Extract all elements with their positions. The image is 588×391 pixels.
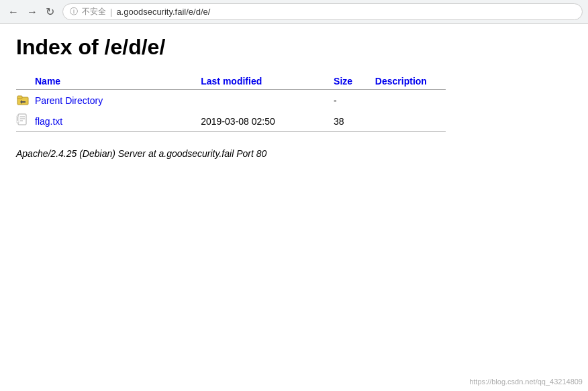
sort-by-modified-link[interactable]: Last modified <box>201 76 262 87</box>
page-content: Index of /e/d/e/ Name Last modified Size… <box>0 24 588 391</box>
file-size-cell: - <box>334 90 375 111</box>
security-label: 不安全 <box>82 6 106 17</box>
icon-col-header <box>16 73 35 90</box>
svg-rect-4 <box>18 114 26 125</box>
file-description-cell <box>375 111 446 132</box>
col-description-header[interactable]: Description <box>375 73 446 90</box>
browser-toolbar: ← → ↻ ⓘ 不安全 | a.goodsecurity.fail/e/d/e/ <box>0 0 588 24</box>
apache-footer: Apache/2.4.25 (Debian) Server at a.goods… <box>16 148 572 159</box>
watermark: https://blog.csdn.net/qq_43214809 <box>469 378 583 386</box>
directory-table: Name Last modified Size Description <box>16 73 446 132</box>
address-bar[interactable]: ⓘ 不安全 | a.goodsecurity.fail/e/d/e/ <box>62 3 583 20</box>
col-name-header[interactable]: Name <box>35 73 201 90</box>
svg-rect-1 <box>17 96 22 99</box>
col-size-header[interactable]: Size <box>334 73 375 90</box>
security-icon: ⓘ <box>70 6 78 17</box>
sort-by-name-link[interactable]: Name <box>35 76 60 87</box>
page-title: Index of /e/d/e/ <box>16 35 572 60</box>
file-modified-cell: 2019-03-08 02:50 <box>201 111 334 132</box>
svg-rect-3 <box>22 101 26 103</box>
file-link[interactable]: Parent Directory <box>35 95 103 106</box>
table-row: Parent Directory- <box>16 90 446 111</box>
file-link[interactable]: flag.txt <box>35 116 62 127</box>
reload-button[interactable]: ↻ <box>43 5 57 19</box>
url-display: a.goodsecurity.fail/e/d/e/ <box>116 7 210 17</box>
file-size-cell: 38 <box>334 111 375 132</box>
svg-rect-8 <box>17 116 19 123</box>
forward-button[interactable]: → <box>24 5 40 19</box>
sort-by-description-link[interactable]: Description <box>375 76 427 87</box>
sort-by-size-link[interactable]: Size <box>334 76 352 87</box>
file-name-cell: Parent Directory <box>35 90 201 111</box>
table-row: flag.txt2019-03-08 02:5038 <box>16 111 446 132</box>
back-button[interactable]: ← <box>5 5 21 19</box>
file-name-cell: flag.txt <box>35 111 201 132</box>
file-icon-cell <box>16 111 35 132</box>
table-header-row: Name Last modified Size Description <box>16 73 446 90</box>
nav-buttons: ← → ↻ <box>5 5 57 19</box>
folder-icon <box>16 93 30 106</box>
col-modified-header[interactable]: Last modified <box>201 73 334 90</box>
file-icon <box>16 113 30 127</box>
url-separator: | <box>110 7 112 17</box>
file-modified-cell <box>201 90 334 111</box>
file-icon-cell <box>16 90 35 111</box>
file-description-cell <box>375 90 446 111</box>
